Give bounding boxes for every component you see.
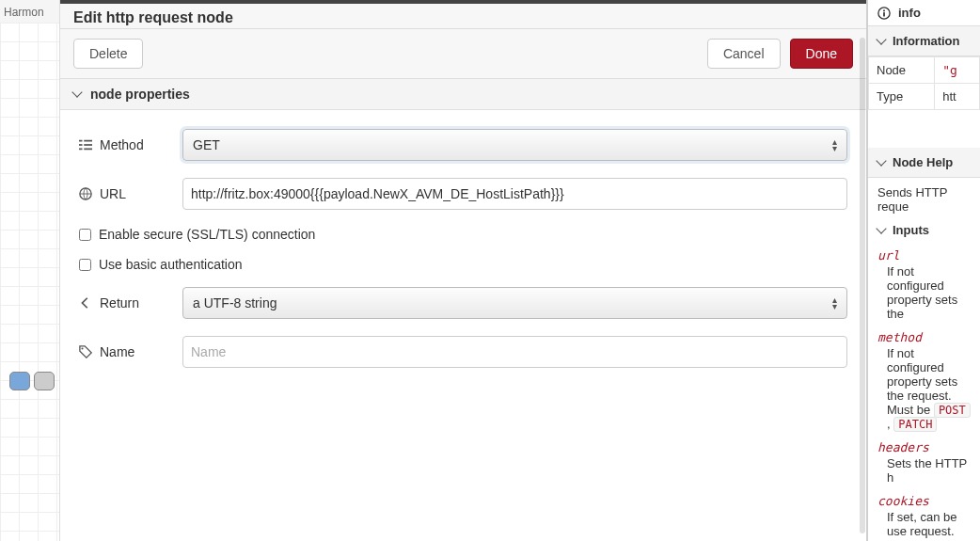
method-value: GET [193, 137, 220, 152]
info-node-value: "g [935, 57, 980, 84]
ssl-checkbox[interactable] [79, 229, 91, 241]
input-method-term: method [877, 330, 971, 344]
basic-auth-label: Use basic authentication [99, 257, 243, 272]
inputs-header[interactable]: Inputs [868, 221, 980, 241]
select-chevrons-icon: ▴▾ [832, 138, 837, 151]
input-cookies-term: cookies [877, 494, 971, 508]
chevron-down-icon [71, 87, 82, 97]
canvas-grid [0, 23, 59, 541]
arrow-left-icon [79, 296, 92, 310]
node-properties-form: Method GET ▴▾ URL Enable secure (SSL/TLS… [60, 110, 866, 541]
info-type-value: htt [935, 84, 980, 110]
svg-rect-4 [79, 149, 83, 151]
flow-node[interactable] [34, 372, 55, 390]
info-table: Node "g Type htt [868, 56, 980, 110]
input-url-def: If not configured property sets the [877, 263, 971, 323]
info-node-key: Node [869, 57, 935, 84]
globe-icon [79, 187, 92, 200]
method-select[interactable]: GET ▴▾ [182, 129, 847, 161]
chevron-down-icon [876, 223, 886, 233]
url-label: URL [100, 186, 126, 201]
canvas-nodes-peek [9, 372, 55, 390]
inputs-list: url If not configured property sets the … [868, 248, 980, 541]
done-button[interactable]: Done [790, 39, 853, 69]
information-header[interactable]: Information [868, 26, 980, 56]
cancel-button[interactable]: Cancel [707, 39, 781, 69]
svg-rect-10 [883, 9, 885, 11]
method-label: Method [100, 137, 144, 152]
node-help-header[interactable]: Node Help [868, 148, 980, 178]
name-label: Name [100, 344, 134, 359]
chevron-down-icon [876, 155, 886, 166]
table-row: Type htt [869, 84, 980, 110]
name-input[interactable] [182, 336, 847, 368]
scrollbar[interactable] [860, 38, 865, 533]
information-title: Information [893, 34, 960, 48]
code-chip: POST [934, 403, 971, 418]
select-chevrons-icon: ▴▾ [832, 296, 837, 310]
input-method-def: If not configured property sets the requ… [877, 344, 971, 433]
svg-rect-2 [79, 144, 83, 146]
list-icon [79, 138, 92, 151]
node-editor-dialog: Edit http request node Delete Cancel Don… [60, 0, 867, 541]
input-cookies-def: If set, can be use request. [877, 508, 971, 540]
delete-button[interactable]: Delete [73, 39, 143, 69]
url-input[interactable] [182, 178, 847, 210]
info-sidebar: info Information Node "g Type htt Node H… [867, 0, 980, 541]
dialog-title: Edit http request node [60, 4, 866, 29]
node-help-intro: Sends HTTP reque [868, 178, 980, 221]
inputs-title: Inputs [893, 223, 929, 237]
chevron-down-icon [876, 34, 886, 44]
ssl-label: Enable secure (SSL/TLS) connection [99, 227, 315, 242]
code-chip: PATCH [893, 417, 937, 432]
return-select[interactable]: a UTF-8 string ▴▾ [182, 287, 847, 319]
info-icon [877, 7, 891, 20]
palette-category-label: Harmon [0, 0, 59, 24]
node-properties-label: node properties [90, 87, 190, 102]
node-help-title: Node Help [893, 155, 953, 169]
table-row: Node "g [869, 57, 980, 84]
input-url-term: url [877, 248, 971, 263]
flow-node[interactable] [9, 372, 30, 390]
info-type-key: Type [869, 84, 935, 110]
input-headers-def: Sets the HTTP h [877, 454, 971, 486]
svg-rect-9 [883, 12, 885, 16]
info-tab-label: info [898, 6, 921, 20]
return-value: a UTF-8 string [193, 295, 277, 310]
return-label: Return [100, 295, 139, 310]
palette-strip: Harmon [0, 0, 60, 541]
node-properties-header[interactable]: node properties [60, 79, 866, 110]
input-headers-term: headers [877, 440, 971, 454]
svg-rect-3 [84, 144, 92, 146]
info-tab[interactable]: info [868, 0, 980, 26]
basic-auth-checkbox[interactable] [79, 259, 91, 271]
dialog-toolbar: Delete Cancel Done [60, 29, 866, 79]
svg-rect-0 [79, 140, 83, 142]
svg-rect-5 [84, 149, 92, 151]
svg-rect-1 [84, 140, 92, 142]
tag-icon [79, 345, 92, 358]
svg-point-7 [81, 347, 83, 349]
